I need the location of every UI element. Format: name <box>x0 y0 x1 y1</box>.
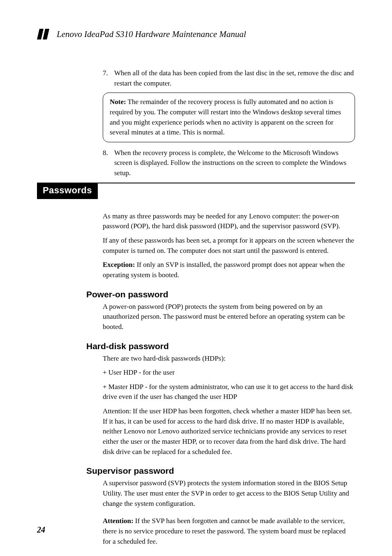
note-text: The remainder of the recovery process is… <box>110 98 341 136</box>
subheading-power-on: Power-on password <box>86 290 355 299</box>
power-on-paragraph: A power-on password (POP) protects the s… <box>103 302 355 332</box>
exception-text: If only an SVP is installed, the passwor… <box>103 261 345 279</box>
attention-text: If the SVP has been forgotten and cannot… <box>103 517 346 545</box>
note-box: Note: The remainder of the recovery proc… <box>103 93 355 142</box>
hard-disk-paragraph-2: + User HDP - for the user <box>103 368 355 378</box>
list-text: When all of the data has been copied fro… <box>114 68 355 88</box>
list-number: 8. <box>103 148 114 178</box>
intro-paragraph-2: If any of these passwords has been set, … <box>103 236 355 256</box>
running-head: Lenovo IdeaPad S310 Hardware Maintenance… <box>37 29 355 39</box>
double-slash-icon <box>37 29 52 39</box>
hard-disk-paragraph-3: + Master HDP - for the system administra… <box>103 382 355 402</box>
intro-exception: Exception: If only an SVP is installed, … <box>103 260 355 280</box>
supervisor-paragraph-1: A supervisor password (SVP) protects the… <box>103 478 355 509</box>
intro-paragraph-1: As many as three passwords may be needed… <box>103 211 355 232</box>
section-tab-row: Passwords <box>37 183 355 199</box>
ordered-list-item-7: 7. When all of the data has been copied … <box>103 68 355 88</box>
page-number: 24 <box>37 525 45 535</box>
list-number: 7. <box>103 68 114 88</box>
list-text: When the recovery process is complete, t… <box>114 148 355 178</box>
exception-lead: Exception: <box>103 261 135 269</box>
svg-marker-1 <box>43 29 49 39</box>
note-lead: Note: <box>110 98 126 106</box>
section-rule <box>98 183 355 183</box>
ordered-list-item-8: 8. When the recovery process is complete… <box>103 148 355 178</box>
manual-title: Lenovo IdeaPad S310 Hardware Maintenance… <box>57 29 246 39</box>
hard-disk-paragraph-1: There are two hard-disk passwords (HDPs)… <box>103 354 355 364</box>
svg-marker-0 <box>37 29 44 39</box>
subheading-supervisor: Supervisor password <box>86 466 355 476</box>
supervisor-attention: Attention: If the SVP has been forgotten… <box>103 516 355 547</box>
hard-disk-paragraph-4: Attention: If the user HDP has been forg… <box>103 406 355 457</box>
section-title-tab: Passwords <box>37 183 98 199</box>
attention-lead: Attention: <box>103 517 134 525</box>
subheading-hard-disk: Hard-disk password <box>86 341 355 351</box>
